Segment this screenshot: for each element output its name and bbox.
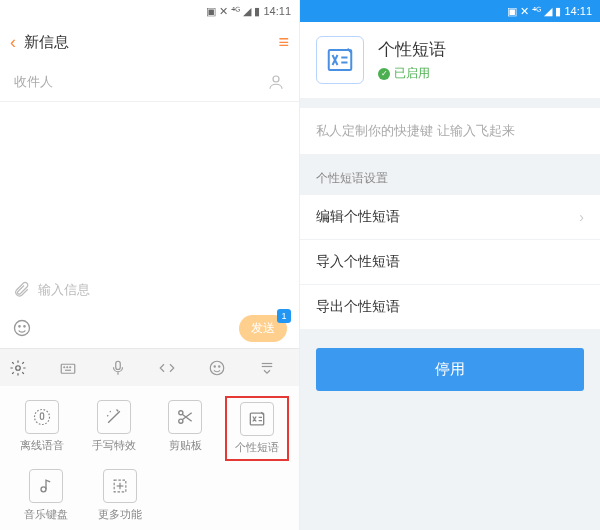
- emoji-icon[interactable]: [12, 318, 32, 338]
- feature-header: 个性短语 已启用: [300, 22, 600, 98]
- setting-label: 导出个性短语: [316, 298, 400, 316]
- status-bar: ▣ ✕ ⁴ᴳ ◢ ▮ 14:11: [0, 0, 299, 22]
- tool-clipboard[interactable]: 剪贴板: [153, 396, 217, 461]
- tool-offline-voice[interactable]: 离线语音: [10, 396, 74, 461]
- status-icons: ▣ ✕ ⁴ᴳ ◢ ▮: [206, 5, 260, 18]
- svg-rect-5: [61, 364, 75, 373]
- keyboard-toolbar: [0, 348, 299, 386]
- recipient-label: 收件人: [14, 73, 53, 91]
- tool-grid: 离线语音 手写特效 剪贴板 个性短语 音乐键盘 更多功能: [0, 386, 299, 530]
- svg-point-12: [214, 365, 215, 366]
- svg-point-8: [70, 366, 71, 367]
- message-input[interactable]: 输入信息: [38, 281, 287, 299]
- keyboard-icon[interactable]: [59, 359, 91, 377]
- phrase-icon: [240, 402, 274, 436]
- code-icon[interactable]: [158, 359, 190, 377]
- compose-header: ‹ 新信息 ≡: [0, 22, 299, 62]
- send-label: 发送: [251, 321, 275, 335]
- emoji-row: 发送 1: [0, 308, 299, 348]
- wand-icon: [97, 400, 131, 434]
- collapse-icon[interactable]: [258, 359, 290, 377]
- back-icon[interactable]: ‹: [10, 32, 16, 53]
- tool-handwriting[interactable]: 手写特效: [82, 396, 146, 461]
- compose-area[interactable]: [0, 102, 299, 272]
- smile-icon[interactable]: [208, 359, 240, 377]
- screen-settings: ▣ ✕ ⁴ᴳ ◢ ▮ 14:11 个性短语 已启用 私人定制你的快捷键 让输入飞…: [300, 0, 600, 530]
- setting-label: 编辑个性短语: [316, 208, 400, 226]
- attachment-icon[interactable]: [12, 281, 30, 299]
- svg-point-2: [19, 326, 20, 327]
- tool-label: 剪贴板: [169, 438, 202, 453]
- tool-label: 音乐键盘: [24, 507, 68, 522]
- send-badge: 1: [277, 309, 291, 323]
- status-time: 14:11: [564, 5, 592, 17]
- tool-label: 更多功能: [98, 507, 142, 522]
- svg-point-4: [16, 365, 21, 370]
- music-icon: [29, 469, 63, 503]
- svg-point-1: [15, 321, 30, 336]
- svg-point-19: [179, 419, 183, 423]
- svg-rect-20: [250, 413, 263, 425]
- section-label: 个性短语设置: [300, 154, 600, 195]
- svg-rect-17: [40, 413, 43, 420]
- svg-point-6: [64, 366, 65, 367]
- voice-dotted-icon: [25, 400, 59, 434]
- page-title: 新信息: [24, 33, 69, 52]
- status-icons: ▣ ✕ ⁴ᴳ ◢ ▮: [507, 5, 561, 18]
- tool-label: 个性短语: [235, 440, 279, 455]
- send-button[interactable]: 发送 1: [239, 315, 287, 342]
- svg-point-16: [34, 410, 49, 425]
- promo-text: 私人定制你的快捷键 让输入飞起来: [300, 108, 600, 154]
- tool-more[interactable]: 更多功能: [88, 465, 152, 526]
- disable-label: 停用: [435, 360, 465, 377]
- screen-messaging: ▣ ✕ ⁴ᴳ ◢ ▮ 14:11 ‹ 新信息 ≡ 收件人 输入信息 发送 1: [0, 0, 300, 530]
- status-bar: ▣ ✕ ⁴ᴳ ◢ ▮ 14:11: [300, 0, 600, 22]
- gear-icon[interactable]: [9, 359, 41, 377]
- svg-point-3: [24, 326, 25, 327]
- svg-point-11: [210, 361, 224, 375]
- svg-point-7: [67, 366, 68, 367]
- contacts-icon[interactable]: [267, 73, 285, 91]
- tool-label: 离线语音: [20, 438, 64, 453]
- setting-label: 导入个性短语: [316, 253, 400, 271]
- feature-title: 个性短语: [378, 38, 446, 61]
- setting-edit-phrases[interactable]: 编辑个性短语 ›: [300, 195, 600, 240]
- mic-icon[interactable]: [109, 359, 141, 377]
- svg-point-13: [219, 365, 220, 366]
- status-time: 14:11: [263, 5, 291, 17]
- tool-label: 手写特效: [92, 438, 136, 453]
- message-input-row: 输入信息: [0, 272, 299, 308]
- more-icon: [103, 469, 137, 503]
- svg-rect-10: [115, 361, 120, 369]
- chevron-right-icon: ›: [579, 209, 584, 225]
- svg-point-18: [179, 411, 183, 415]
- menu-icon[interactable]: ≡: [278, 32, 289, 53]
- tool-music-keyboard[interactable]: 音乐键盘: [14, 465, 78, 526]
- tool-custom-phrases[interactable]: 个性短语: [225, 396, 289, 461]
- svg-point-0: [273, 76, 279, 82]
- disable-button[interactable]: 停用: [316, 348, 584, 391]
- svg-point-21: [41, 487, 46, 492]
- scissors-icon: [168, 400, 202, 434]
- svg-rect-25: [329, 50, 352, 70]
- phrase-feature-icon: [316, 36, 364, 84]
- recipient-row[interactable]: 收件人: [0, 62, 299, 102]
- setting-import-phrases[interactable]: 导入个性短语: [300, 240, 600, 285]
- setting-export-phrases[interactable]: 导出个性短语: [300, 285, 600, 330]
- feature-status: 已启用: [378, 65, 446, 82]
